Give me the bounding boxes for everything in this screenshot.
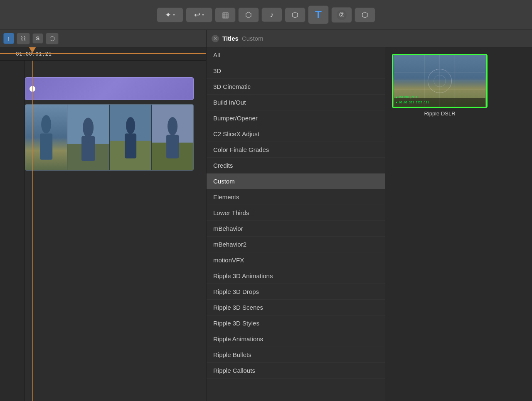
media-browser-icon: ▦ bbox=[222, 10, 229, 20]
category-item-lower-thirds[interactable]: Lower Thirds bbox=[207, 205, 385, 221]
transitions-button[interactable]: ⬡ bbox=[285, 7, 305, 22]
titles-header: ✕ Titles Custom bbox=[207, 30, 532, 47]
music-browser-icon: ♪ bbox=[270, 10, 274, 19]
category-item-3d[interactable]: 3D bbox=[207, 63, 385, 79]
category-item-ripple-3d-anim[interactable]: Ripple 3D Animations bbox=[207, 268, 385, 284]
video-frame-3 bbox=[110, 105, 152, 170]
titles-button[interactable]: T bbox=[308, 5, 329, 24]
purple-clip-track[interactable] bbox=[25, 77, 194, 100]
select-tool-icon: ↑ bbox=[7, 35, 10, 42]
category-item-motionvfx[interactable]: motionVFX bbox=[207, 252, 385, 268]
waveform-icon: ⌇⌇ bbox=[20, 35, 26, 42]
timeline-toolbar: ↑ ⌇⌇ S ⬡ bbox=[0, 30, 206, 47]
category-item-mbehavior2[interactable]: mBehavior2 bbox=[207, 237, 385, 252]
video-frame-2 bbox=[67, 105, 109, 170]
category-item-ripple-3d-drops[interactable]: Ripple 3D Drops bbox=[207, 284, 385, 300]
titles-panel: ✕ Titles Custom All3D3D CinematicBuild I… bbox=[207, 30, 532, 401]
waveform-button[interactable]: ⌇⌇ bbox=[17, 33, 30, 44]
music-browser-button[interactable]: ♪ bbox=[261, 7, 282, 22]
ruler-line bbox=[0, 53, 206, 54]
ripple-dslr-thumbnail-container: ♦ 00:00 333 2222:111 ■ ISO 200 ƒ/2.8 bbox=[392, 54, 488, 108]
close-titles-button[interactable]: ✕ bbox=[212, 35, 219, 42]
category-item-mbehavior[interactable]: mBehavior bbox=[207, 221, 385, 237]
video-thumbnail-4 bbox=[152, 105, 193, 170]
category-item-build-in-out[interactable]: Build In/Out bbox=[207, 95, 385, 110]
category-item-color-finale[interactable]: Color Finale Grades bbox=[207, 142, 385, 158]
category-item-custom[interactable]: Custom bbox=[207, 174, 385, 189]
playhead-triangle bbox=[29, 47, 36, 53]
effects-icon: ② bbox=[337, 10, 347, 20]
video-thumbnail-2 bbox=[67, 105, 109, 170]
video-clip-track[interactable] bbox=[25, 104, 194, 171]
vertical-playhead bbox=[32, 61, 33, 401]
ripple-dslr-label: Ripple DSLR bbox=[424, 110, 455, 117]
category-item-credits[interactable]: Credits bbox=[207, 158, 385, 174]
svg-point-9 bbox=[126, 117, 135, 134]
undo-button[interactable]: ↩ ▾ bbox=[186, 7, 212, 22]
category-item-ripple-3d-styles[interactable]: Ripple 3D Styles bbox=[207, 315, 385, 331]
photo-browser-button[interactable]: ⬡ bbox=[238, 7, 259, 22]
category-item-bumper-opener[interactable]: Bumper/Opener bbox=[207, 110, 385, 126]
snapshot-button[interactable]: S bbox=[32, 33, 44, 44]
category-item-all[interactable]: All bbox=[207, 47, 385, 63]
generators-icon: ⬡ bbox=[362, 10, 368, 20]
svg-rect-10 bbox=[125, 134, 136, 159]
media-browser-button[interactable]: ▦ bbox=[215, 7, 236, 22]
category-item-ripple-bullets[interactable]: Ripple Bullets bbox=[207, 347, 385, 363]
timeline-left-bar bbox=[0, 61, 25, 401]
magic-wand-arrow: ▾ bbox=[173, 12, 175, 17]
category-item-elements[interactable]: Elements bbox=[207, 189, 385, 205]
video-frame-4 bbox=[152, 105, 193, 170]
category-item-ripple-animations[interactable]: Ripple Animations bbox=[207, 331, 385, 347]
video-thumbnail-3 bbox=[110, 105, 151, 170]
preview-area: ♦ 00:00 333 2222:111 ■ ISO 200 ƒ/2.8 Rip… bbox=[385, 47, 532, 401]
titles-content: All3D3D CinematicBuild In/OutBumper/Open… bbox=[207, 47, 532, 401]
timeline-panel: ↑ ⌇⌇ S ⬡ 01:00:01;21 bbox=[0, 30, 207, 401]
svg-point-13 bbox=[167, 117, 177, 135]
preview-item-ripple-dslr[interactable]: ♦ 00:00 333 2222:111 ■ ISO 200 ƒ/2.8 Rip… bbox=[392, 54, 488, 117]
split-icon: ⬡ bbox=[49, 35, 55, 42]
split-button[interactable]: ⬡ bbox=[46, 33, 59, 44]
photo-browser-icon: ⬡ bbox=[245, 10, 252, 20]
svg-text:♦ 00:00 333 2222:111: ♦ 00:00 333 2222:111 bbox=[396, 101, 429, 104]
transitions-icon: ⬡ bbox=[292, 10, 298, 20]
track-area bbox=[0, 61, 206, 401]
select-tool-button[interactable]: ↑ bbox=[3, 33, 14, 44]
titles-icon: T bbox=[315, 8, 322, 21]
generators-button[interactable]: ⬡ bbox=[355, 7, 375, 22]
category-item-3d-cinematic[interactable]: 3D Cinematic bbox=[207, 79, 385, 95]
category-item-ripple-3d-scenes[interactable]: Ripple 3D Scenes bbox=[207, 300, 385, 315]
svg-rect-2 bbox=[40, 134, 52, 160]
undo-icon: ↩ bbox=[194, 10, 200, 20]
category-item-ripple-callouts[interactable]: Ripple Callouts bbox=[207, 363, 385, 379]
magic-wand-button[interactable]: ✦ ▾ bbox=[157, 7, 183, 22]
timeline-ruler: 01:00:01;21 bbox=[0, 47, 206, 61]
svg-rect-14 bbox=[166, 135, 179, 159]
effects-button[interactable]: ② bbox=[331, 7, 352, 23]
top-toolbar: ✦ ▾ ↩ ▾ ▦ ⬡ ♪ ⬡ T ② ⬡ bbox=[0, 0, 532, 30]
svg-point-5 bbox=[83, 118, 94, 137]
category-item-c2-slicex[interactable]: C2 SliceX Adjust bbox=[207, 126, 385, 142]
svg-point-1 bbox=[41, 115, 51, 133]
svg-text:■ ISO 200 ƒ/2.8: ■ ISO 200 ƒ/2.8 bbox=[396, 96, 417, 99]
snapshot-icon: S bbox=[36, 35, 40, 42]
main-area: ↑ ⌇⌇ S ⬡ 01:00:01;21 bbox=[0, 30, 532, 401]
titles-filter-label: Custom bbox=[242, 35, 264, 42]
titles-panel-title: Titles bbox=[222, 35, 239, 42]
ripple-dslr-thumbnail: ♦ 00:00 333 2222:111 ■ ISO 200 ƒ/2.8 bbox=[393, 55, 486, 107]
timeline-tracks bbox=[0, 61, 206, 401]
svg-rect-6 bbox=[81, 136, 95, 161]
magic-wand-icon: ✦ bbox=[165, 10, 171, 20]
undo-arrow: ▾ bbox=[202, 12, 204, 17]
category-list: All3D3D CinematicBuild In/OutBumper/Open… bbox=[207, 47, 385, 401]
